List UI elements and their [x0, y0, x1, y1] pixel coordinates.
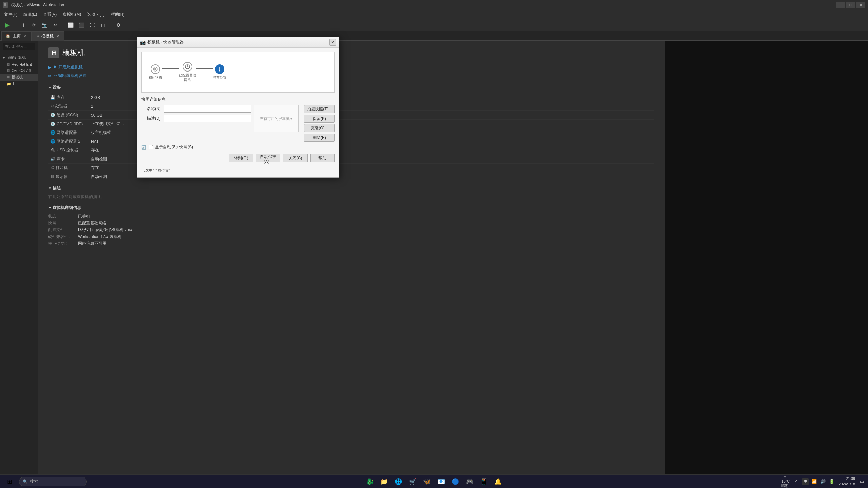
sidebar-item-label: Red Hat Ent	[12, 62, 32, 66]
autosave-checkbox[interactable]	[149, 145, 153, 149]
edit-vm-label: ✏ 编辑虚拟机设置	[54, 73, 86, 79]
svg-point-1	[154, 68, 156, 70]
vm-info-row-snapshot: 快照: 已配置基础网络	[48, 220, 654, 226]
refresh-icon: 🔄	[141, 145, 146, 150]
menu-help[interactable]: 帮助(H)	[108, 11, 127, 18]
snapshot-details: 快照详细信息 名称(N): 描述(D): 没有可用的屏幕截图	[141, 97, 335, 142]
vm-icon: 🖥	[7, 75, 10, 79]
search-input[interactable]	[3, 43, 35, 50]
toolbar-separator-2	[63, 22, 63, 28]
device-name: 🖥显示器	[48, 172, 89, 181]
play-button[interactable]: ▶	[3, 21, 12, 29]
vm-info-row-compat: 硬件兼容性: Workstation 17.x 虚拟机	[48, 234, 654, 240]
sidebar-item-redhat[interactable]: 🖥 Red Hat Ent	[0, 61, 38, 67]
taskbar-icon-vmware[interactable]: 🔔	[492, 475, 504, 488]
dialog-footer: 转到(G) 自动保护(A)... 关闭(C) 帮助	[141, 154, 335, 162]
tray-battery[interactable]: 🔋	[828, 478, 835, 485]
connector-2	[196, 68, 213, 69]
snapshot-timeline[interactable]: 初始状态 已配置基础网络	[141, 52, 335, 93]
clock[interactable]: 21:09 2024/1/18	[839, 476, 855, 487]
name-label: 名称(N):	[141, 106, 162, 112]
taskbar-icon-wechat[interactable]: 📱	[478, 475, 490, 488]
device-name: 🖨打印机	[48, 164, 89, 172]
device-name: 🔊声卡	[48, 155, 89, 164]
name-input[interactable]	[164, 105, 251, 113]
help-button[interactable]: 帮助	[310, 154, 335, 162]
tab-home[interactable]: 🏠 主页 ✕	[1, 31, 31, 41]
goto-button[interactable]: 转到(G)	[229, 154, 253, 162]
restore-button[interactable]: □	[846, 2, 855, 8]
vm-detail-panel: 🖥 模板机 ▶ ▶ 开启此虚拟机 ✏ ✏ 编辑虚拟机设置 设备 💾内存 2 GB…	[38, 41, 665, 474]
snapshot-circle-current[interactable]	[215, 64, 224, 74]
take-snapshot-button[interactable]: 拍摄快照(T)...	[304, 105, 335, 113]
autosave-label[interactable]: 显示自动保护快照(S)	[155, 144, 193, 150]
snapshot-circle-start[interactable]	[151, 64, 160, 74]
taskbar-icon-antivirus[interactable]: 🦋	[421, 475, 433, 488]
weather-icon: ☀	[783, 475, 787, 479]
device-name: 🌐网络适配器	[48, 128, 89, 137]
clone-snapshot-button[interactable]: 克隆(O)...	[304, 124, 335, 132]
dialog-body: 初始状态 已配置基础网络	[137, 48, 339, 177]
weather-widget[interactable]: ☀ -10°C 晴朗	[780, 475, 790, 488]
taskbar-icon-dragon[interactable]: 🐉	[364, 475, 376, 488]
sidebar-item-template[interactable]: 🖥 模板机	[0, 74, 38, 81]
menu-file[interactable]: 文件(F)	[1, 11, 20, 18]
taskbar-icon-explorer[interactable]: 📁	[378, 475, 390, 488]
title-bar-controls: ─ □ ✕	[836, 2, 865, 8]
dialog-icon: 📷	[140, 40, 145, 45]
delete-snapshot-button[interactable]: 删除(E)	[304, 134, 335, 142]
start-button[interactable]: ⊞	[3, 475, 16, 488]
revert-button[interactable]: ↩	[51, 21, 60, 29]
system-tray: ^ 中 📶 🔊 🔋	[793, 478, 835, 485]
menu-edit[interactable]: 编辑(E)	[21, 11, 40, 18]
tray-language[interactable]: 中	[802, 478, 809, 485]
fullscreen-button[interactable]: ⛶	[87, 21, 97, 29]
toolbar: ▶ ⏸ ⟳ 📷 ↩ ⬜ ⬛ ⛶ ◻ ⚙	[0, 19, 868, 31]
sidebar-group-header-my-computer[interactable]: ▼ 我的计算机	[0, 54, 38, 61]
tray-expand[interactable]: ^	[793, 478, 800, 485]
menu-view[interactable]: 查看(V)	[40, 11, 59, 18]
start-vm-label: ▶ 开启此虚拟机	[53, 64, 83, 70]
tab-vm-label: 模板机	[41, 33, 54, 39]
menu-vm[interactable]: 虚拟机(M)	[60, 11, 84, 18]
snapshot-circle-1[interactable]	[183, 62, 192, 72]
vm-large-icon: 🖥	[48, 47, 59, 58]
snapshot-label-1: 已配置基础网络	[179, 73, 196, 82]
taskbar-icon-edge[interactable]: 🌐	[392, 475, 405, 488]
folder-icon: 📁	[7, 82, 11, 86]
preferences-button[interactable]: ⚙	[114, 21, 123, 29]
tray-volume[interactable]: 🔊	[820, 478, 826, 485]
autoprotect-button[interactable]: 自动保护(A)...	[256, 154, 280, 162]
close-dialog-button[interactable]: 关闭(C)	[283, 154, 308, 162]
reset-button[interactable]: ⟳	[29, 21, 38, 29]
taskbar-icon-app2[interactable]: 🎮	[463, 475, 476, 488]
tab-home-close[interactable]: ✕	[23, 34, 27, 38]
minimize-button[interactable]: ─	[836, 2, 845, 8]
restore-snapshot-button[interactable]: 保留(K)	[304, 115, 335, 123]
menu-tab[interactable]: 选项卡(T)	[84, 11, 107, 18]
normal-view-button[interactable]: ⬜	[66, 21, 75, 29]
tab-vm[interactable]: 🖥 模板机 ✕	[31, 31, 64, 41]
dialog-close-button[interactable]: ✕	[329, 39, 336, 46]
suspend-button[interactable]: ⏸	[18, 21, 27, 29]
status-bar: 已选中"当前位置"	[141, 165, 335, 173]
sidebar: ▼ 我的计算机 🖥 Red Hat Ent 🖥 CentOS 7 6- 🖥 模板…	[0, 41, 38, 474]
show-desktop-button[interactable]: ▭	[859, 478, 865, 485]
taskbar-icon-app1[interactable]: 🔵	[449, 475, 461, 488]
snapshot-node-current: 当前位置	[213, 64, 226, 80]
details-form: 名称(N): 描述(D): 没有可用的屏幕截图 拍摄快照(T)... 保留(K)	[141, 105, 335, 142]
search-placeholder: 搜索	[30, 479, 38, 484]
shrink-button[interactable]: ◻	[98, 21, 108, 29]
sidebar-item-centos[interactable]: 🖥 CentOS 7 6-	[0, 67, 38, 74]
play-icon: ▶	[48, 65, 51, 70]
close-button[interactable]: ✕	[856, 2, 865, 8]
taskbar-icon-store[interactable]: 🛒	[407, 475, 419, 488]
search-bar[interactable]: 🔍 搜索	[19, 477, 87, 486]
snapshot-button[interactable]: 📷	[40, 21, 49, 29]
desc-input[interactable]	[164, 115, 251, 122]
unity-view-button[interactable]: ⬛	[77, 21, 86, 29]
tab-vm-close[interactable]: ✕	[56, 34, 60, 38]
tray-wifi[interactable]: 📶	[811, 478, 817, 485]
taskbar-icon-mail[interactable]: 📧	[435, 475, 447, 488]
sidebar-item-folder1[interactable]: 📁 1	[0, 81, 38, 87]
